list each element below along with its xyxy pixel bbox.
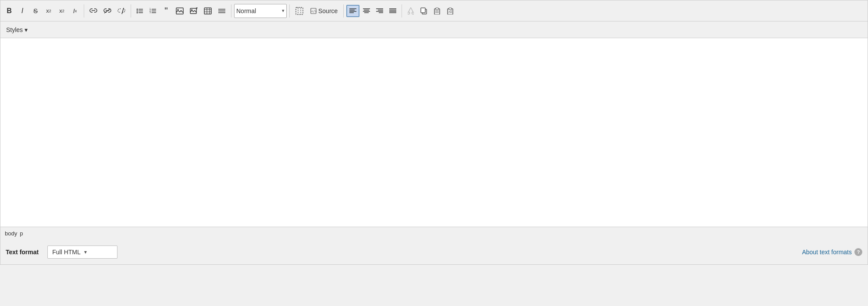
toolbar-row-1: B I S x2 x2 Ix — [0, 0, 868, 21]
text-format-section: Text format Full HTML ▾ — [6, 246, 117, 259]
svg-line-49 — [409, 7, 411, 12]
svg-point-52 — [412, 12, 414, 14]
svg-rect-60 — [449, 8, 452, 10]
svg-rect-20 — [204, 8, 211, 14]
blockquote-button[interactable]: " — [160, 4, 172, 17]
remove-link-icon — [117, 8, 125, 14]
bullet-list-icon — [136, 7, 143, 14]
remove-link-button[interactable] — [115, 5, 128, 17]
source-label: Source — [318, 7, 338, 14]
help-icon[interactable]: ? — [854, 248, 862, 256]
align-right-icon — [376, 8, 383, 14]
insert-image2-button[interactable] — [187, 5, 200, 17]
insert-table-button[interactable] — [201, 5, 214, 17]
paste-text-icon: A — [447, 7, 454, 14]
edit-link-icon — [103, 8, 111, 14]
about-text-formats-link[interactable]: About text formats — [802, 249, 852, 256]
align-center-button[interactable] — [360, 5, 373, 17]
align-left-icon — [349, 8, 356, 14]
toolbar-row-2: Styles ▾ — [0, 21, 868, 38]
styles-label: Styles — [6, 26, 23, 33]
source-icon: </> — [310, 8, 317, 14]
strikethrough-button[interactable]: S — [29, 5, 42, 17]
horizontal-rule-button[interactable] — [215, 5, 228, 17]
resize-icon — [295, 7, 304, 15]
svg-text:A: A — [448, 11, 450, 13]
superscript-button[interactable]: x2 — [43, 5, 55, 17]
separator-4 — [289, 4, 290, 18]
svg-line-50 — [411, 7, 413, 12]
svg-rect-54 — [421, 8, 425, 13]
align-justify-icon — [389, 8, 396, 14]
text-format-select[interactable]: Full HTML ▾ — [47, 246, 117, 259]
separator-2 — [131, 4, 131, 18]
about-section: About text formats ? — [802, 248, 862, 256]
svg-text:3.: 3. — [149, 11, 151, 14]
svg-rect-28 — [296, 7, 303, 14]
separator-3 — [231, 4, 231, 18]
svg-rect-56 — [436, 8, 438, 10]
insert-image-button[interactable] — [173, 5, 186, 17]
image-icon — [176, 7, 184, 14]
align-right-button[interactable] — [374, 5, 386, 17]
svg-point-6 — [137, 12, 138, 13]
table-icon — [204, 7, 212, 14]
link-icon — [89, 8, 97, 14]
about-link-label: About text formats — [802, 249, 852, 256]
paragraph-format-dropdown[interactable]: Normal ▾ — [234, 4, 287, 18]
subscript-button[interactable]: x2 — [56, 5, 68, 17]
svg-point-4 — [137, 10, 138, 11]
text-format-value: Full HTML — [52, 249, 81, 256]
text-format-arrow: ▾ — [84, 249, 113, 255]
align-justify-button[interactable] — [387, 5, 399, 17]
text-format-label: Text format — [6, 249, 39, 256]
ordered-list-icon: 1. 2. 3. — [149, 7, 157, 14]
italic-button[interactable]: I — [16, 5, 28, 17]
image2-icon — [190, 7, 198, 14]
paste-icon — [434, 7, 441, 14]
status-path-p: p — [20, 230, 23, 237]
rich-text-editor: B I S x2 x2 Ix — [0, 0, 868, 265]
paste-button[interactable] — [431, 5, 443, 17]
align-center-icon — [363, 8, 370, 14]
svg-point-51 — [408, 12, 410, 14]
footer-bar: Text format Full HTML ▾ About text forma… — [0, 240, 868, 264]
separator-1 — [84, 4, 84, 18]
copy-button[interactable] — [418, 5, 430, 17]
svg-point-2 — [137, 8, 138, 10]
hr-icon — [218, 7, 226, 14]
svg-text:</>: </> — [311, 10, 317, 13]
ordered-list-button[interactable]: 1. 2. 3. — [147, 5, 159, 17]
separator-5 — [343, 4, 344, 18]
bold-button[interactable]: B — [3, 5, 15, 17]
cut-icon — [408, 7, 414, 14]
cut-button[interactable] — [405, 5, 417, 17]
svg-line-1 — [122, 8, 124, 14]
styles-arrow: ▾ — [25, 26, 28, 33]
resize-button[interactable] — [292, 5, 306, 17]
paragraph-format-label: Normal — [236, 7, 282, 14]
clear-format-button[interactable]: Ix — [69, 5, 81, 17]
copy-icon — [420, 7, 427, 14]
editor-content-area[interactable] — [0, 38, 868, 227]
styles-dropdown-button[interactable]: Styles ▾ — [3, 25, 31, 35]
svg-point-15 — [178, 9, 179, 10]
paragraph-format-arrow: ▾ — [282, 8, 285, 14]
paste-text-button[interactable]: A — [444, 5, 456, 17]
edit-link-button[interactable] — [101, 5, 114, 17]
insert-link-button[interactable] — [87, 5, 100, 17]
status-path-body: body — [5, 230, 17, 237]
separator-6 — [402, 4, 402, 18]
bullet-list-button[interactable] — [134, 5, 146, 17]
align-left-button[interactable] — [346, 5, 359, 17]
status-bar: body p — [0, 227, 868, 240]
source-button[interactable]: </> Source — [307, 5, 341, 17]
